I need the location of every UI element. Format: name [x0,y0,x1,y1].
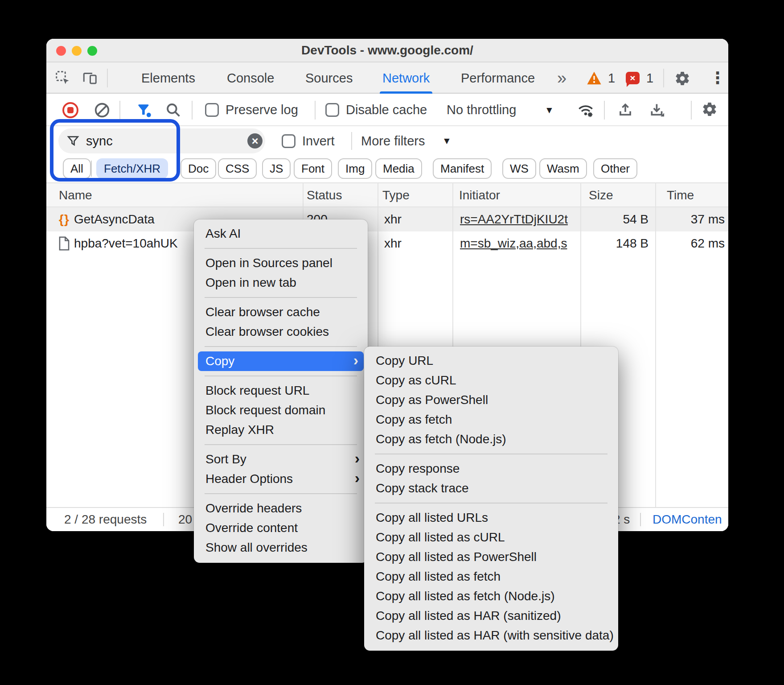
context-menu-item[interactable]: Sort By › [194,450,368,469]
resource-type-chip[interactable]: Manifest [433,158,492,179]
copy-submenu-item[interactable]: Copy all listed URLs [364,508,618,528]
copy-submenu-item[interactable]: Copy all listed as PowerShell [364,547,618,567]
divider [691,101,692,120]
copy-submenu-item[interactable]: Copy all listed as HAR (with sensitive d… [364,626,618,645]
xhr-icon: {} [56,207,72,231]
context-menu-item[interactable]: › [205,493,357,494]
disable-cache-label[interactable]: Disable cache [346,94,427,126]
clear-filter-icon[interactable]: × [247,133,263,149]
resource-type-chip[interactable]: JS [262,158,291,179]
inspect-element-icon[interactable] [54,70,71,87]
context-menu-item[interactable]: › [205,346,357,347]
context-menu-item[interactable]: Replay XHR › [194,420,368,440]
column-header-status[interactable]: Status [307,183,342,207]
copy-submenu-item[interactable]: Copy all listed as HAR (sanitized) [364,606,618,626]
panel-tab[interactable]: Network [380,62,432,94]
context-menu-item[interactable]: Ask AI › [194,224,368,243]
table-row[interactable]: {} GetAsyncData 200 xhr rs=AA2YrTtDjKIU2… [46,207,728,231]
context-menu-item[interactable]: › [205,376,357,376]
search-icon[interactable] [165,102,182,119]
context-menu-item[interactable]: Override content › [194,518,368,538]
filter-funnel-icon[interactable] [135,102,152,119]
context-menu-item[interactable]: Open in Sources panel › [194,253,368,273]
import-har-icon[interactable] [617,102,634,119]
copy-submenu-item[interactable]: Copy response [364,459,618,479]
preserve-log-checkbox[interactable] [205,103,219,117]
filter-query: sync [86,134,113,149]
warning-count[interactable]: 1 [608,62,615,94]
copy-submenu: Copy URL Copy as cURL Copy as PowerShell… [364,347,618,651]
invert-checkbox[interactable] [282,134,296,148]
copy-submenu-item[interactable] [375,503,607,503]
resource-type-chip[interactable]: Other [593,158,637,179]
settings-gear-icon[interactable] [674,70,691,87]
request-type: xhr [384,207,402,231]
resource-type-chip[interactable]: Font [294,158,332,179]
export-har-icon[interactable] [649,102,666,119]
resource-type-chip[interactable]: Fetch/XHR [96,158,168,179]
resource-type-chip[interactable] [91,161,92,177]
preserve-log-label[interactable]: Preserve log [226,94,298,126]
copy-submenu-item[interactable]: Copy as fetch (Node.js) [364,429,618,449]
more-tabs-icon[interactable]: » [557,62,565,94]
context-menu-item[interactable]: › [205,248,357,249]
main-menu-kebab-icon[interactable]: ⋮ [710,62,726,94]
throttling-select[interactable]: No throttling [447,94,516,126]
panel-tab[interactable]: Sources [303,62,355,94]
invert-label[interactable]: Invert [302,126,335,156]
table-row[interactable]: {} hpba?vet=10ahUK xhr m=sb_wiz,aa,abd,s… [46,231,728,256]
copy-submenu-item[interactable]: Copy stack trace [364,479,618,498]
context-menu-item[interactable]: Clear browser cookies › [194,322,368,342]
resource-type-chip[interactable]: Wasm [539,158,587,179]
network-settings-gear-icon[interactable] [702,101,718,117]
filter-input[interactable]: sync × [58,128,265,153]
context-menu-item[interactable]: Show all overrides › [194,538,368,557]
context-menu-item[interactable]: Block request domain › [194,400,368,420]
panel-tab[interactable]: Performance [458,62,538,94]
resource-type-chip[interactable]: WS [502,158,536,179]
more-filters-button[interactable]: More filters [361,126,425,156]
context-menu-item[interactable]: Block request URL › [194,381,368,400]
column-header-time[interactable]: Time [667,183,694,207]
panel-tab[interactable]: Console [224,62,277,94]
context-menu-item[interactable]: Override headers › [194,499,368,518]
submenu-chevron-icon: › [355,450,360,466]
copy-submenu-item[interactable]: Copy all listed as fetch [364,567,618,586]
column-header-name[interactable]: Name [59,183,92,207]
device-toolbar-icon[interactable] [81,70,98,87]
context-menu-item[interactable]: Clear browser cache › [194,302,368,322]
copy-submenu-item[interactable]: Copy as PowerShell [364,390,618,410]
context-menu-item[interactable]: › [205,444,357,445]
context-menu-item[interactable]: Copy › [198,351,364,371]
copy-submenu-item[interactable]: Copy as cURL [364,371,618,390]
context-menu-item[interactable]: Header Options › [194,469,368,489]
record-network-log-button[interactable] [62,102,78,118]
request-initiator-link[interactable]: rs=AA2YrTtDjKIU2t [460,207,578,231]
column-header-initiator[interactable]: Initiator [459,183,500,207]
copy-submenu-item[interactable]: Copy all listed as fetch (Node.js) [364,586,618,606]
network-conditions-icon[interactable] [577,101,595,119]
panel-tab[interactable]: Elements [139,62,198,94]
resource-type-chip[interactable]: All [63,158,91,179]
resource-type-chip[interactable]: CSS [218,158,257,179]
column-header-size[interactable]: Size [589,183,613,207]
resource-type-chips: All Fetch/XHR Doc CSS JS Font Img Media … [46,156,728,182]
column-header-type[interactable]: Type [382,183,410,207]
resource-type-chip[interactable]: Doc [181,158,216,179]
copy-submenu-item[interactable]: Copy all listed as cURL [364,528,618,547]
warning-icon[interactable] [587,71,602,85]
clear-network-log-icon[interactable] [94,102,111,119]
titlebar: DevTools - www.google.com/ [46,39,728,62]
copy-submenu-item[interactable]: Copy URL [364,351,618,371]
error-icon[interactable]: × [626,72,640,84]
copy-submenu-item[interactable] [375,454,607,454]
context-menu-item[interactable]: Open in new tab › [194,273,368,293]
resource-type-chip[interactable]: Media [375,158,422,179]
request-initiator-link[interactable]: m=sb_wiz,aa,abd,s [460,231,578,256]
resource-type-chip[interactable]: Img [338,158,372,179]
error-count[interactable]: 1 [646,62,653,94]
request-size: 148 B [616,231,649,256]
copy-submenu-item[interactable]: Copy as fetch [364,410,618,429]
context-menu-item[interactable]: › [205,297,357,298]
disable-cache-checkbox[interactable] [325,103,339,117]
